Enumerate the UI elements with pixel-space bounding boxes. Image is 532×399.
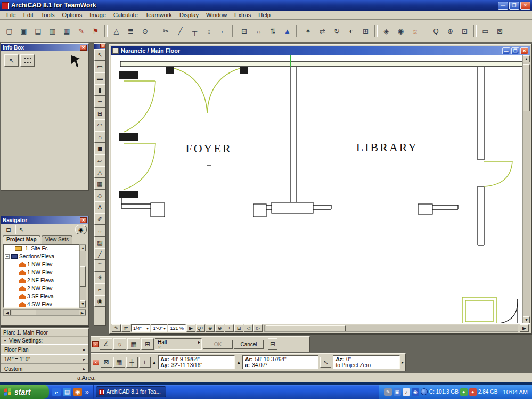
coordinate-box-close-icon[interactable]: ✕ bbox=[93, 360, 99, 365]
find-select-icon[interactable]: Q bbox=[429, 25, 443, 37]
dimension-tool[interactable]: ↔ bbox=[94, 225, 105, 237]
adjust-icon[interactable]: ┬ bbox=[188, 25, 201, 37]
scroll-thumb[interactable] bbox=[12, 310, 36, 315]
marquee-mode-button[interactable] bbox=[20, 54, 35, 67]
slab-tool[interactable]: ▱ bbox=[94, 154, 105, 166]
text-tool[interactable]: A bbox=[94, 201, 105, 213]
fillet-icon[interactable]: ⌐ bbox=[217, 25, 230, 37]
quick-launch-chevron-icon[interactable]: » bbox=[84, 388, 90, 396]
hotspot-tool[interactable]: ✳ bbox=[94, 272, 105, 283]
tree-vertical-scrollbar[interactable]: ▲ ▼ bbox=[79, 244, 86, 308]
document-horizontal-scrollbar[interactable] bbox=[264, 325, 518, 332]
ok-button[interactable]: OK bbox=[203, 340, 233, 349]
menu-item[interactable]: File bbox=[3, 11, 20, 19]
cancel-button[interactable]: Cancel bbox=[234, 340, 264, 349]
menu-item[interactable]: Display bbox=[176, 11, 202, 19]
tree-item[interactable]: 1 NW Elev bbox=[4, 268, 79, 276]
scale-denominator-field[interactable]: 1'-0" ▾ bbox=[151, 324, 167, 332]
zone-tool[interactable]: ◇ bbox=[94, 190, 105, 201]
xy-coordinate-field[interactable]: Δx:48'-9 19/64" Δy:32'-11 13/16" bbox=[158, 355, 235, 369]
scroll-down-icon[interactable]: ▼ bbox=[80, 300, 86, 307]
taskbar-button-archicad[interactable]: ArchiCAD 8.1 for Tea... bbox=[96, 386, 166, 397]
scroll-down-icon[interactable]: ▼ bbox=[523, 316, 530, 323]
previous-view-icon[interactable]: ◁ bbox=[244, 324, 253, 332]
scroll-up-icon[interactable]: ▲ bbox=[523, 55, 530, 62]
section-tool[interactable]: ⌐ bbox=[94, 283, 105, 295]
show-desktop-icon[interactable]: ▤ bbox=[63, 388, 71, 396]
tab-view-sets[interactable]: View Sets bbox=[42, 235, 72, 244]
tool-palette-header[interactable]: ✕ bbox=[94, 44, 105, 49]
next-view-icon[interactable]: ▷ bbox=[253, 324, 263, 332]
close-button[interactable]: ✕ bbox=[520, 2, 530, 10]
publisher-eye-button[interactable]: ◉ bbox=[75, 225, 87, 234]
open-file-icon[interactable]: ▣ bbox=[17, 25, 30, 37]
plot-icon[interactable]: ▦ bbox=[60, 25, 73, 37]
elevation-icon[interactable]: ▲ bbox=[281, 25, 294, 37]
doc-close-button[interactable]: ✕ bbox=[520, 47, 528, 54]
beam-tool[interactable]: ━ bbox=[94, 96, 105, 108]
menu-item[interactable]: Extras bbox=[231, 11, 255, 19]
scroll-up-icon[interactable]: ▲ bbox=[80, 245, 86, 251]
line-tool[interactable]: ╱ bbox=[94, 248, 105, 260]
scroll-thumb[interactable] bbox=[80, 266, 86, 287]
multiply-icon[interactable]: ⊞ bbox=[359, 25, 372, 37]
wall-tool[interactable]: ▬ bbox=[94, 72, 105, 84]
floor-plan-canvas[interactable]: FOYER LIBRARY bbox=[111, 55, 522, 323]
mirror-icon[interactable]: ◐ bbox=[345, 25, 358, 37]
drag-icon[interactable]: ⇄ bbox=[316, 25, 329, 37]
print-icon[interactable]: ▥ bbox=[46, 25, 59, 37]
tab-project-map[interactable]: Project Map bbox=[3, 235, 40, 244]
scroll-right-icon[interactable]: ▶ bbox=[79, 310, 86, 315]
view-setting-floor-plan[interactable]: Floor Plan ▸ bbox=[1, 345, 88, 354]
scroll-thumb[interactable] bbox=[523, 64, 530, 111]
maximize-button[interactable]: ❐ bbox=[509, 2, 519, 10]
internet-explorer-icon[interactable]: e bbox=[52, 388, 61, 396]
menu-item[interactable]: Tools bbox=[37, 11, 59, 19]
scale-icon[interactable]: ⊙ bbox=[138, 25, 152, 37]
door-tool[interactable]: ◠ bbox=[94, 119, 105, 131]
3d-window-icon[interactable]: ◈ bbox=[380, 25, 393, 37]
fill-tool[interactable]: ▨ bbox=[94, 237, 105, 248]
zoom-icon[interactable]: ⊕ bbox=[444, 25, 457, 37]
tree-item[interactable]: -1. Site Fc bbox=[4, 245, 79, 253]
rotate-icon[interactable]: ↻ bbox=[330, 25, 343, 37]
navigator-close-icon[interactable]: ✕ bbox=[80, 217, 87, 223]
label-tool[interactable]: ✐ bbox=[94, 213, 105, 225]
object-tool[interactable]: ⌂ bbox=[94, 131, 105, 143]
document-titlebar[interactable]: Narancic / Main Floor — ❐ ✕ bbox=[111, 46, 530, 55]
roof-tool[interactable]: △ bbox=[94, 166, 105, 178]
dimension-icon[interactable]: ↔ bbox=[252, 25, 265, 37]
zoom-in-icon[interactable]: ⊕ bbox=[206, 324, 215, 332]
story-chooser-button[interactable]: ↖ bbox=[15, 225, 27, 234]
gravity-paw-icon[interactable]: ↖ bbox=[320, 357, 331, 368]
save-file-icon[interactable]: ▤ bbox=[31, 25, 45, 37]
pan-mode-icon[interactable]: ⇄ bbox=[121, 324, 130, 332]
update-tray-icon[interactable]: ● bbox=[469, 388, 477, 396]
project-map-button[interactable]: ⊟ bbox=[3, 225, 14, 234]
add-coordinate-button[interactable]: + bbox=[139, 357, 151, 368]
arrow-tool[interactable]: ↖ bbox=[94, 49, 105, 61]
drafting-aids-icon[interactable]: △ bbox=[110, 25, 123, 37]
scroll-thumb[interactable] bbox=[266, 325, 346, 331]
zoom-percent-field[interactable]: 121 % bbox=[168, 324, 186, 332]
section-marker-icon[interactable]: ⊟ bbox=[238, 25, 251, 37]
tree-item[interactable]: 3 SE Eleva bbox=[4, 292, 79, 300]
infobox-titlebar[interactable]: Info Box ✕ bbox=[1, 44, 88, 51]
tool-palette-close-icon[interactable]: ✕ bbox=[100, 44, 105, 48]
z-coordinate-field[interactable]: Δz:0" to Project Zero bbox=[333, 355, 400, 369]
coordinate-box-icon[interactable]: ⊠ bbox=[493, 25, 506, 37]
volume-tray-icon[interactable]: ♪ bbox=[403, 388, 410, 396]
minimize-button[interactable]: — bbox=[498, 2, 508, 10]
stretch-icon[interactable]: ↕ bbox=[202, 25, 216, 37]
markup-tools-icon[interactable]: ⚑ bbox=[89, 25, 102, 37]
grid-snap-icon[interactable]: ▦ bbox=[127, 338, 140, 350]
network-tray-icon[interactable]: ◉ bbox=[412, 388, 419, 396]
marquee-tool[interactable]: ▭ bbox=[94, 61, 105, 72]
window-tool[interactable]: ⊞ bbox=[94, 108, 105, 119]
collapse-palette-button[interactable]: ⊟ bbox=[268, 338, 277, 350]
user-origin-icon[interactable]: ⊠ bbox=[101, 357, 112, 368]
polar-coordinate-field[interactable]: Δr:58'-10 37/64" a:34.07° bbox=[242, 355, 318, 369]
menu-item[interactable]: Edit bbox=[20, 11, 37, 19]
stair-tool[interactable]: ≣ bbox=[94, 143, 105, 154]
scroll-left-icon[interactable]: ◀ bbox=[4, 310, 11, 315]
